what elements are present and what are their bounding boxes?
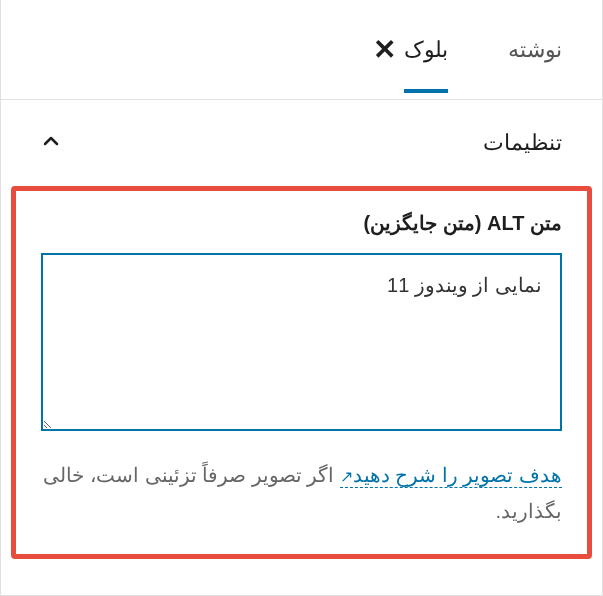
alt-text-input[interactable] [41, 253, 562, 431]
close-button[interactable]: ✕ [365, 28, 404, 72]
alt-help-link-text: هدف تصویر را شرح دهید [353, 464, 562, 486]
alt-help-text: هدف تصویر را شرح دهید↗ اگر تصویر صرفاً ت… [41, 457, 562, 529]
settings-title: تنظیمات [483, 130, 562, 156]
tab-block[interactable]: بلوک [404, 7, 448, 93]
alt-text-label: متن ALT (متن جایگزین) [41, 211, 562, 235]
settings-section-header[interactable]: تنظیمات [1, 100, 602, 186]
tab-post[interactable]: نوشته [508, 7, 562, 93]
close-icon: ✕ [373, 34, 396, 65]
tabs-group: نوشته بلوک [404, 7, 562, 93]
block-settings-panel: نوشته بلوک ✕ تنظیمات متن ALT (متن جایگزی… [0, 0, 603, 596]
alt-text-highlight: متن ALT (متن جایگزین) هدف تصویر را شرح د… [11, 186, 592, 559]
external-link-icon: ↗ [340, 468, 353, 485]
tabs-row: نوشته بلوک ✕ [1, 0, 602, 100]
alt-help-link[interactable]: هدف تصویر را شرح دهید↗ [340, 464, 562, 488]
chevron-up-icon [41, 131, 61, 156]
